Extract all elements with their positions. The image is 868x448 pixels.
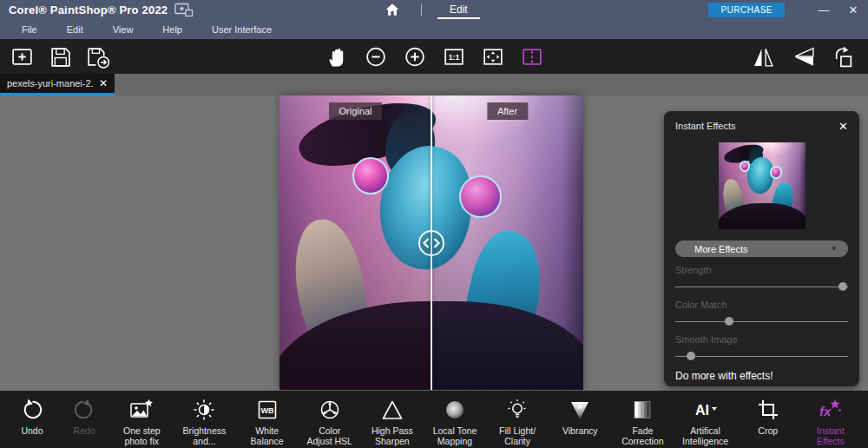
toolbar: 1:1	[0, 39, 868, 74]
tab-close-icon[interactable]: ✕	[94, 77, 108, 89]
high-pass-sharpen-icon	[380, 396, 404, 424]
fade-correction-label: Fade Correction	[621, 425, 663, 447]
mirror-icon[interactable]	[750, 43, 776, 69]
smooth-image-label: Smooth Image	[675, 334, 848, 345]
adjust-toolbar: Undo Redo One step photo fix Brightness …	[0, 391, 868, 448]
color-adjust-hsl-label: Color Adjust HSL	[306, 425, 352, 447]
menu-view[interactable]: View	[98, 21, 148, 38]
menu-edit[interactable]: Edit	[52, 21, 98, 38]
split-drag-handle[interactable]	[414, 226, 449, 260]
thumb-right-lens	[770, 166, 782, 179]
toolbar-transform-group	[750, 43, 856, 69]
new-image-icon[interactable]	[9, 43, 35, 69]
save-export-icon[interactable]	[85, 43, 111, 69]
vibrancy-label: Vibrancy	[562, 425, 598, 436]
artificial-intelligence-icon: AI	[691, 396, 720, 424]
fit-to-window-icon[interactable]	[480, 43, 506, 69]
brightness-contrast-button[interactable]: Brightness and...	[174, 396, 234, 447]
actual-size-icon[interactable]: 1:1	[441, 43, 467, 69]
thumb-left-lens	[740, 161, 750, 172]
fade-correction-button[interactable]: Fade Correction	[612, 396, 673, 447]
color-match-slider[interactable]	[675, 316, 848, 326]
toolbar-view-group: 1:1	[324, 43, 545, 69]
panel-footer-text: Do more with effects!	[675, 370, 848, 382]
high-pass-sharpen-button[interactable]: High Pass Sharpen	[362, 396, 423, 447]
chevron-down-icon: ▼	[831, 245, 838, 253]
slider-track	[675, 287, 848, 287]
local-tone-mapping-icon	[443, 396, 467, 424]
title-bar-right: PURCHASE — ✕	[708, 0, 868, 19]
toolbar-file-group	[0, 43, 111, 69]
crop-button[interactable]: Crop	[738, 396, 799, 436]
purchase-button[interactable]: PURCHASE	[708, 3, 785, 17]
instant-effects-label: Instant Effects	[817, 425, 845, 447]
zoom-in-icon[interactable]	[402, 43, 428, 69]
brightness-label: Brightness and...	[183, 425, 227, 447]
artificial-intelligence-button[interactable]: AI Artifical Intelligence	[675, 396, 736, 447]
minimize-button[interactable]: —	[809, 0, 838, 19]
home-icon[interactable]	[379, 0, 405, 23]
panel-header: Instant Effects ✕	[675, 111, 848, 135]
panel-close-icon[interactable]: ✕	[838, 120, 848, 133]
strength-label: Strength	[675, 265, 848, 275]
vibrancy-button[interactable]: Vibrancy	[549, 396, 610, 436]
original-label: Original	[329, 102, 383, 120]
screen-badge-icon[interactable]	[174, 3, 194, 17]
fade-correction-icon	[630, 396, 654, 424]
redo-button: Redo	[59, 396, 109, 436]
document-tab[interactable]: pexels-yuri-manei-2... ✕	[0, 74, 115, 96]
strength-slider-handle[interactable]	[838, 282, 847, 291]
brightness-icon	[192, 396, 216, 424]
workspace-switcher: Edit	[379, 0, 480, 19]
flip-icon[interactable]	[790, 43, 816, 69]
one-step-photo-fix-button[interactable]: One step photo fix	[111, 396, 172, 447]
photo-original-tint	[279, 96, 431, 390]
fill-light-clarity-button[interactable]: Fill Light/ Clarity	[487, 396, 548, 447]
zoom-out-icon[interactable]	[363, 43, 389, 69]
local-tone-mapping-button[interactable]: Local Tone Mapping	[424, 396, 485, 447]
document-tab-bar: pexels-yuri-manei-2... ✕	[0, 74, 868, 96]
redo-label: Redo	[74, 425, 95, 436]
strength-slider[interactable]	[675, 281, 848, 292]
rotate-icon[interactable]	[830, 43, 856, 69]
redo-icon	[72, 396, 96, 424]
white-balance-icon: WB	[255, 396, 279, 424]
dropdown-selected-value: More Effects	[694, 244, 748, 254]
undo-icon	[20, 396, 44, 424]
one-step-photo-fix-label: One step photo fix	[123, 425, 161, 447]
title-bar-left: Corel® PaintShop® Pro 2022	[0, 3, 194, 17]
white-balance-label: White Balance	[251, 425, 284, 447]
slider-track	[675, 356, 848, 357]
high-pass-sharpen-label: High Pass Sharpen	[372, 425, 413, 447]
one-step-photo-fix-icon	[128, 396, 155, 424]
photo-before-after-view[interactable]: Original After	[279, 96, 583, 390]
white-balance-button[interactable]: WB White Balance	[237, 396, 298, 447]
menu-file[interactable]: File	[7, 21, 52, 38]
smooth-image-slider-handle[interactable]	[687, 352, 695, 360]
artificial-intelligence-label: Artifical Intelligence	[682, 425, 728, 447]
menu-bar: File Edit View Help User Interface	[0, 19, 868, 39]
instant-effects-button[interactable]: fx Instant Effects	[800, 396, 861, 447]
before-after-compare-icon[interactable]	[519, 43, 545, 69]
color-adjust-hsl-icon	[318, 396, 342, 424]
smooth-image-slider[interactable]	[675, 351, 848, 361]
instant-effects-icon: fx	[818, 396, 844, 424]
svg-text:WB: WB	[260, 406, 273, 415]
svg-text:fx: fx	[819, 404, 832, 418]
close-button[interactable]: ✕	[838, 0, 868, 19]
save-icon[interactable]	[47, 43, 73, 69]
canvas-area: Original After Instant Effects ✕	[0, 96, 868, 391]
document-tab-label: pexels-yuri-manei-2...	[7, 78, 94, 89]
pan-hand-icon[interactable]	[324, 43, 350, 69]
panel-title: Instant Effects	[675, 121, 736, 131]
more-effects-dropdown[interactable]: More Effects ▼	[675, 240, 848, 257]
menu-user-interface[interactable]: User Interface	[197, 21, 286, 38]
svg-text:AI: AI	[695, 403, 709, 418]
color-adjust-hsl-button[interactable]: Color Adjust HSL	[299, 396, 360, 447]
tab-edit-workspace[interactable]: Edit	[437, 1, 480, 19]
color-match-slider-handle[interactable]	[725, 317, 733, 326]
title-bar: Corel® PaintShop® Pro 2022 Edit PURCHASE…	[0, 0, 868, 19]
undo-button[interactable]: Undo	[7, 396, 57, 436]
menu-help[interactable]: Help	[148, 21, 197, 38]
effect-preview-thumbnail[interactable]	[719, 142, 806, 229]
